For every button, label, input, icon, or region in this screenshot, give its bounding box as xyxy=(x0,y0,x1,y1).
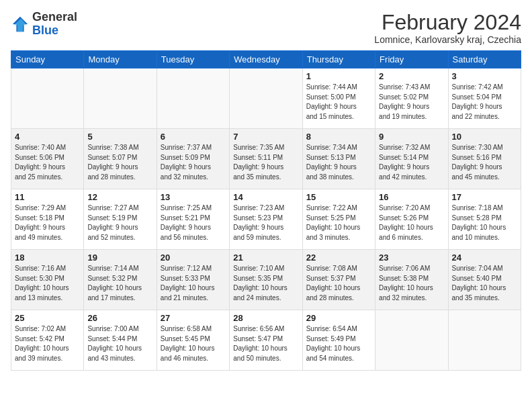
day-number: 12 xyxy=(87,192,152,202)
day-number: 3 xyxy=(452,71,517,81)
day-info: Sunrise: 7:16 AM Sunset: 5:30 PM Dayligh… xyxy=(15,264,80,303)
day-number: 10 xyxy=(452,132,517,142)
day-info: Sunrise: 7:02 AM Sunset: 5:42 PM Dayligh… xyxy=(15,324,80,363)
day-info: Sunrise: 7:00 AM Sunset: 5:44 PM Dayligh… xyxy=(87,324,152,363)
calendar-day-cell: 9Sunrise: 7:32 AM Sunset: 5:14 PM Daylig… xyxy=(375,129,448,189)
calendar-week-row: 1Sunrise: 7:44 AM Sunset: 5:00 PM Daylig… xyxy=(11,68,521,129)
day-number: 25 xyxy=(15,313,80,323)
day-number: 18 xyxy=(15,253,80,263)
day-number: 19 xyxy=(87,253,152,263)
day-number: 13 xyxy=(161,192,226,202)
calendar-day-cell xyxy=(230,68,302,129)
calendar-day-cell xyxy=(375,310,448,371)
calendar-day-cell: 6Sunrise: 7:37 AM Sunset: 5:09 PM Daylig… xyxy=(157,129,229,189)
weekday-header: Wednesday xyxy=(230,51,302,68)
day-number: 23 xyxy=(379,253,444,263)
day-number: 4 xyxy=(15,132,80,142)
weekday-header: Thursday xyxy=(302,51,375,68)
day-number: 15 xyxy=(306,192,371,202)
calendar-day-cell xyxy=(448,310,521,371)
day-number: 8 xyxy=(306,132,371,142)
day-info: Sunrise: 6:58 AM Sunset: 5:45 PM Dayligh… xyxy=(161,324,226,363)
day-info: Sunrise: 6:56 AM Sunset: 5:47 PM Dayligh… xyxy=(233,324,298,363)
day-info: Sunrise: 7:34 AM Sunset: 5:13 PM Dayligh… xyxy=(306,143,371,182)
day-info: Sunrise: 7:27 AM Sunset: 5:19 PM Dayligh… xyxy=(87,203,152,242)
calendar-table: SundayMondayTuesdayWednesdayThursdayFrid… xyxy=(11,50,521,371)
calendar-day-cell: 13Sunrise: 7:25 AM Sunset: 5:21 PM Dayli… xyxy=(157,189,229,250)
day-info: Sunrise: 7:25 AM Sunset: 5:21 PM Dayligh… xyxy=(161,203,226,242)
calendar-day-cell: 15Sunrise: 7:22 AM Sunset: 5:25 PM Dayli… xyxy=(302,189,375,250)
day-number: 17 xyxy=(452,192,517,202)
day-number: 2 xyxy=(379,71,444,81)
logo-text: General Blue xyxy=(32,11,77,38)
calendar-day-cell: 3Sunrise: 7:42 AM Sunset: 5:04 PM Daylig… xyxy=(448,68,521,129)
title-block: February 2024 Lomnice, Karlovarsky kraj,… xyxy=(374,11,521,45)
day-info: Sunrise: 6:54 AM Sunset: 5:49 PM Dayligh… xyxy=(306,324,371,363)
day-number: 28 xyxy=(233,313,298,323)
day-number: 21 xyxy=(233,253,298,263)
day-info: Sunrise: 7:37 AM Sunset: 5:09 PM Dayligh… xyxy=(161,143,226,182)
calendar-day-cell: 12Sunrise: 7:27 AM Sunset: 5:19 PM Dayli… xyxy=(84,189,157,250)
calendar-day-cell: 8Sunrise: 7:34 AM Sunset: 5:13 PM Daylig… xyxy=(302,129,375,189)
weekday-header: Monday xyxy=(84,51,157,68)
day-number: 9 xyxy=(379,132,444,142)
day-number: 24 xyxy=(452,253,517,263)
day-number: 16 xyxy=(379,192,444,202)
day-info: Sunrise: 7:14 AM Sunset: 5:32 PM Dayligh… xyxy=(87,264,152,303)
day-info: Sunrise: 7:30 AM Sunset: 5:16 PM Dayligh… xyxy=(452,143,517,182)
day-info: Sunrise: 7:32 AM Sunset: 5:14 PM Dayligh… xyxy=(379,143,444,182)
day-info: Sunrise: 7:44 AM Sunset: 5:00 PM Dayligh… xyxy=(306,83,371,122)
day-info: Sunrise: 7:04 AM Sunset: 5:40 PM Dayligh… xyxy=(452,264,517,303)
day-info: Sunrise: 7:29 AM Sunset: 5:18 PM Dayligh… xyxy=(15,203,80,242)
calendar-day-cell xyxy=(157,68,229,129)
weekday-header: Saturday xyxy=(448,51,521,68)
calendar-day-cell: 7Sunrise: 7:35 AM Sunset: 5:11 PM Daylig… xyxy=(230,129,302,189)
day-info: Sunrise: 7:08 AM Sunset: 5:37 PM Dayligh… xyxy=(306,264,371,303)
day-number: 1 xyxy=(306,71,371,81)
calendar-day-cell: 25Sunrise: 7:02 AM Sunset: 5:42 PM Dayli… xyxy=(11,310,84,371)
day-number: 7 xyxy=(233,132,298,142)
calendar-day-cell: 23Sunrise: 7:06 AM Sunset: 5:38 PM Dayli… xyxy=(375,250,448,310)
calendar-day-cell: 5Sunrise: 7:38 AM Sunset: 5:07 PM Daylig… xyxy=(84,129,157,189)
calendar-week-row: 11Sunrise: 7:29 AM Sunset: 5:18 PM Dayli… xyxy=(11,189,521,250)
day-number: 11 xyxy=(15,192,80,202)
calendar-day-cell: 20Sunrise: 7:12 AM Sunset: 5:33 PM Dayli… xyxy=(157,250,229,310)
calendar-day-cell: 18Sunrise: 7:16 AM Sunset: 5:30 PM Dayli… xyxy=(11,250,84,310)
day-info: Sunrise: 7:35 AM Sunset: 5:11 PM Dayligh… xyxy=(233,143,298,182)
day-number: 22 xyxy=(306,253,371,263)
weekday-header: Friday xyxy=(375,51,448,68)
logo-general: General xyxy=(32,10,77,24)
day-info: Sunrise: 7:10 AM Sunset: 5:35 PM Dayligh… xyxy=(233,264,298,303)
calendar-day-cell: 10Sunrise: 7:30 AM Sunset: 5:16 PM Dayli… xyxy=(448,129,521,189)
day-number: 5 xyxy=(87,132,152,142)
calendar-day-cell: 27Sunrise: 6:58 AM Sunset: 5:45 PM Dayli… xyxy=(157,310,229,371)
weekday-header: Tuesday xyxy=(157,51,229,68)
calendar-day-cell: 17Sunrise: 7:18 AM Sunset: 5:28 PM Dayli… xyxy=(448,189,521,250)
logo-icon xyxy=(11,15,30,34)
day-info: Sunrise: 7:22 AM Sunset: 5:25 PM Dayligh… xyxy=(306,203,371,242)
calendar-week-row: 25Sunrise: 7:02 AM Sunset: 5:42 PM Dayli… xyxy=(11,310,521,371)
calendar-day-cell xyxy=(11,68,84,129)
calendar-day-cell: 29Sunrise: 6:54 AM Sunset: 5:49 PM Dayli… xyxy=(302,310,375,371)
calendar-day-cell: 24Sunrise: 7:04 AM Sunset: 5:40 PM Dayli… xyxy=(448,250,521,310)
day-info: Sunrise: 7:23 AM Sunset: 5:23 PM Dayligh… xyxy=(233,203,298,242)
day-number: 6 xyxy=(161,132,226,142)
day-info: Sunrise: 7:18 AM Sunset: 5:28 PM Dayligh… xyxy=(452,203,517,242)
calendar-day-cell: 11Sunrise: 7:29 AM Sunset: 5:18 PM Dayli… xyxy=(11,189,84,250)
calendar-day-cell: 21Sunrise: 7:10 AM Sunset: 5:35 PM Dayli… xyxy=(230,250,302,310)
day-number: 29 xyxy=(306,313,371,323)
month-year: February 2024 xyxy=(374,11,521,34)
calendar-day-cell: 4Sunrise: 7:40 AM Sunset: 5:06 PM Daylig… xyxy=(11,129,84,189)
day-number: 14 xyxy=(233,192,298,202)
calendar-day-cell: 19Sunrise: 7:14 AM Sunset: 5:32 PM Dayli… xyxy=(84,250,157,310)
calendar-day-cell xyxy=(84,68,157,129)
day-info: Sunrise: 7:40 AM Sunset: 5:06 PM Dayligh… xyxy=(15,143,80,182)
day-number: 26 xyxy=(87,313,152,323)
calendar-week-row: 18Sunrise: 7:16 AM Sunset: 5:30 PM Dayli… xyxy=(11,250,521,310)
day-info: Sunrise: 7:12 AM Sunset: 5:33 PM Dayligh… xyxy=(161,264,226,303)
day-number: 27 xyxy=(161,313,226,323)
location: Lomnice, Karlovarsky kraj, Czechia xyxy=(374,34,521,45)
day-info: Sunrise: 7:42 AM Sunset: 5:04 PM Dayligh… xyxy=(452,83,517,122)
logo-blue: Blue xyxy=(32,24,58,37)
day-info: Sunrise: 7:06 AM Sunset: 5:38 PM Dayligh… xyxy=(379,264,444,303)
